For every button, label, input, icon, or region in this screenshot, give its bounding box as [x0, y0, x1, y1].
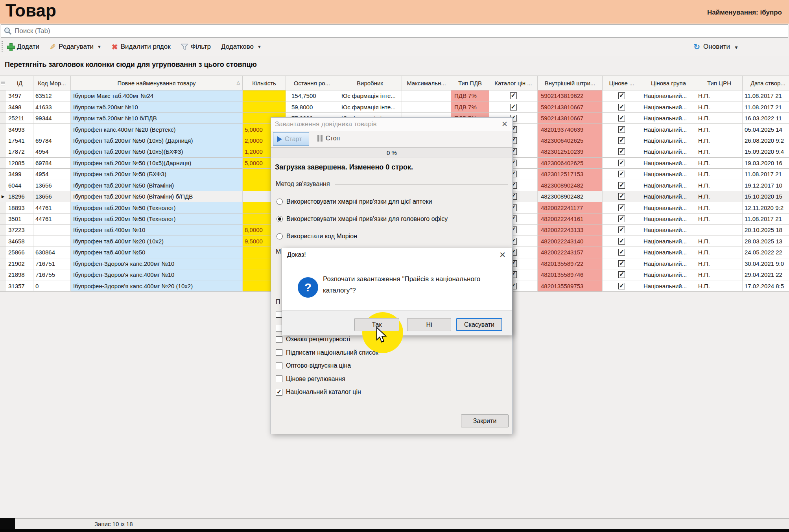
cell-id: 21902 — [6, 258, 33, 269]
radio-icon[interactable] — [277, 216, 283, 222]
cell-marker — [0, 258, 6, 269]
confirm-message-line: каталогу"? — [323, 285, 488, 296]
cell-name: Ібупрофен таб.200мг №50 (Вітаміни) — [71, 180, 243, 191]
load-dialog-titlebar[interactable]: Завантаження довідника товарів ✕ — [271, 118, 512, 131]
cell-barcode: 4820022244161 — [538, 214, 603, 225]
filter-button[interactable]: Фільтр — [181, 43, 211, 51]
toolbar-overflow-caret[interactable]: ▼ — [734, 45, 739, 50]
price_flag-checkbox[interactable] — [618, 104, 625, 110]
load-dialog-checkbox-row[interactable]: Ознака рецептурності — [276, 336, 350, 343]
pause-icon — [317, 135, 323, 142]
price_flag-checkbox[interactable] — [618, 115, 625, 121]
radio-label: Використати код Моріон — [286, 233, 357, 240]
column-header-vat[interactable]: Тип ПДВ — [451, 75, 489, 90]
column-header-crn[interactable]: Тип ЦРН — [696, 75, 743, 90]
checkbox-icon[interactable] — [276, 349, 282, 356]
column-header-marker[interactable] — [0, 75, 6, 90]
stop-button[interactable]: Стоп — [317, 135, 340, 142]
load-dialog-checkbox-row[interactable]: Цінове регулювання — [276, 376, 345, 383]
price_flag-checkbox[interactable] — [618, 238, 625, 245]
cell-name: Ібупрофен таб.200мг №50 (Вітаміни) б/ПДВ — [71, 191, 243, 202]
price_flag-checkbox[interactable] — [618, 260, 625, 267]
column-header-last_price[interactable]: Остання ро... — [286, 75, 338, 90]
checkbox-icon[interactable] — [276, 363, 282, 369]
cell-marker — [0, 280, 6, 291]
cell-marker — [0, 124, 6, 135]
toolbar-grip[interactable] — [2, 41, 3, 53]
load-dialog-checkbox-row[interactable]: Оптово-відпускна ціна — [276, 362, 351, 369]
load-dialog-checkbox-row[interactable]: Національний каталог цін — [276, 388, 361, 396]
confirm-message-line: Розпочати завантаження "Прайсів з націон… — [323, 273, 488, 285]
cell-price_group: Національний... — [641, 191, 696, 202]
checkbox-icon[interactable] — [276, 389, 282, 396]
column-header-catalog[interactable]: Каталог цін ... — [489, 75, 538, 90]
price_flag-checkbox[interactable] — [618, 215, 625, 222]
column-header-price_flag[interactable]: Цінове ... — [603, 75, 641, 90]
binding-method-option[interactable]: Використовувати хмарні прив'язки для гол… — [277, 215, 448, 223]
table-row[interactable]: 349763512Ібупром Макс таб.400мг №24154,7… — [0, 90, 789, 101]
edit-button[interactable]: ✎ Редагувати▼ — [50, 42, 101, 52]
cell-vat: ПДВ 7% — [451, 90, 489, 101]
price_flag-checkbox[interactable] — [618, 148, 625, 155]
column-header-qty[interactable]: Кількість — [243, 75, 286, 90]
cell-created: 28.03.2025 13 — [743, 236, 789, 247]
cell-name: Ібупрофен таб.200мг №50 (10х5)(БХФЗ) — [71, 146, 243, 157]
price_flag-checkbox[interactable] — [618, 171, 625, 177]
cell-marker — [0, 202, 6, 213]
table-row[interactable]: 349841633Ібупром таб.200мг №1059,8000Юс … — [0, 101, 789, 112]
price_flag-checkbox[interactable] — [618, 249, 625, 256]
cell-code: 4954 — [33, 169, 71, 180]
column-header-price_group[interactable]: Цінова група — [641, 75, 696, 90]
add-button[interactable]: Додати — [7, 43, 39, 51]
cell-created: 11.08.2017 21 — [743, 101, 789, 112]
column-header-id[interactable]: ІД — [6, 75, 33, 90]
cell-barcode: 4820022243157 — [538, 247, 603, 258]
cell-id: 3497 — [6, 90, 33, 101]
price_flag-checkbox[interactable] — [618, 160, 625, 166]
checkbox-icon[interactable] — [276, 376, 282, 382]
no-button[interactable]: Ні — [407, 318, 451, 331]
price_flag-checkbox[interactable] — [618, 92, 625, 99]
price_flag-checkbox[interactable] — [618, 271, 625, 278]
cell-created: 24.05.2022 22 — [743, 247, 789, 258]
delete-row-button[interactable]: ✖ Видалити рядок — [112, 42, 171, 52]
catalog-checkbox[interactable] — [510, 92, 517, 99]
cell-marker — [0, 214, 6, 225]
filter-caption: Найменування: ібупро — [707, 9, 782, 17]
cancel-button[interactable]: Скасувати — [456, 318, 502, 331]
binding-method-option[interactable]: Використовувати хмарні прив'язки для ціє… — [277, 198, 432, 205]
column-header-barcode[interactable]: Внутрішній штри... — [538, 75, 603, 90]
column-header-name[interactable]: Повне найменування товару△ — [71, 75, 243, 90]
price_flag-checkbox[interactable] — [618, 204, 625, 211]
radio-icon[interactable] — [277, 199, 283, 205]
cell-name: Ібупрофен-Здоров'я капс.200мг №10 — [71, 258, 243, 269]
cell-crn: Н.П. — [696, 146, 743, 157]
price_flag-checkbox[interactable] — [618, 182, 625, 189]
cell-name: Ібупрофен таб.400мг №50 — [71, 247, 243, 258]
column-header-code[interactable]: Код Мор... — [33, 75, 71, 90]
radio-icon[interactable] — [277, 233, 283, 239]
binding-method-option[interactable]: Використати код Моріон — [277, 233, 357, 240]
close-icon[interactable]: ✕ — [499, 250, 506, 260]
price_flag-checkbox[interactable] — [618, 126, 625, 133]
price_flag-checkbox[interactable] — [618, 226, 625, 233]
search-input[interactable] — [15, 27, 251, 35]
catalog-checkbox[interactable] — [510, 104, 517, 110]
close-icon[interactable]: ✕ — [501, 120, 508, 129]
column-header-manufacturer[interactable]: Виробник — [338, 75, 402, 90]
refresh-button[interactable]: ↻ Оновити — [693, 38, 730, 56]
price_flag-checkbox[interactable] — [618, 193, 625, 200]
price_flag-checkbox[interactable] — [618, 137, 625, 144]
load-dialog-checkbox-row[interactable]: Підписати національний список — [276, 349, 378, 356]
cell-price_group: Національний... — [641, 124, 696, 135]
cell-code: 63512 — [33, 90, 71, 101]
column-header-max_price[interactable]: Максимальн... — [402, 75, 451, 90]
cell-price_flag — [603, 169, 641, 180]
search-bar[interactable] — [1, 24, 788, 38]
column-header-created[interactable]: Дата створ... — [743, 75, 789, 90]
start-button[interactable]: Старт — [273, 132, 309, 146]
checkbox-icon[interactable] — [276, 336, 282, 343]
more-button[interactable]: Додатково▼ — [221, 43, 262, 51]
close-button[interactable]: Закрити — [461, 414, 509, 427]
price_flag-checkbox[interactable] — [618, 283, 625, 289]
